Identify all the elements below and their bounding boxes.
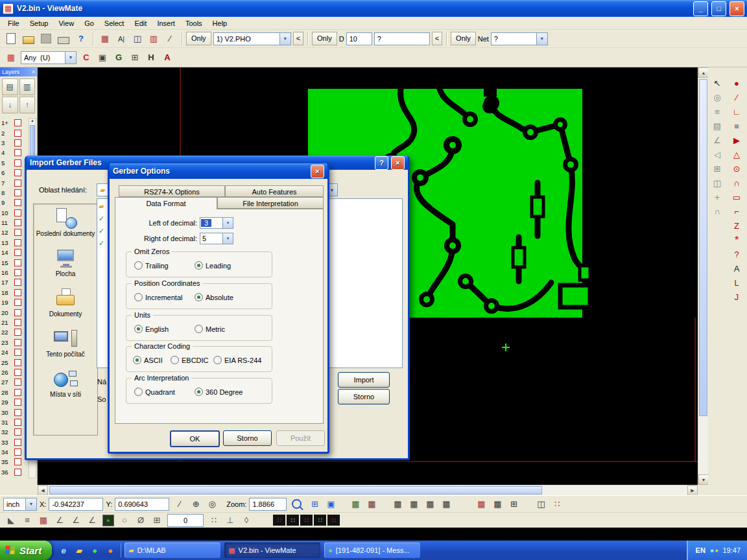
- radio-absolute[interactable]: Absolute: [195, 293, 233, 301]
- dialog-close-button[interactable]: ×: [391, 156, 405, 170]
- flash-pad-icon[interactable]: ●: [729, 76, 744, 90]
- layer-color-swatch[interactable]: [14, 289, 21, 296]
- pattern-red-3-icon[interactable]: ∷: [327, 515, 340, 526]
- draw-trace-icon[interactable]: ∕: [729, 91, 744, 104]
- x-coordinate-field[interactable]: -0.942237: [49, 498, 103, 511]
- storno-button[interactable]: Storno: [223, 430, 272, 446]
- only-dcode-toggle[interactable]: Only: [312, 32, 337, 45]
- text-a-icon[interactable]: A: [160, 51, 175, 64]
- chevron-down-icon[interactable]: ▼: [222, 218, 233, 228]
- only-layer-toggle[interactable]: Only: [186, 32, 211, 45]
- canvas-vscrollbar[interactable]: ▲ ▼: [698, 67, 708, 485]
- layer-color-swatch[interactable]: [14, 309, 21, 316]
- layer-prev-button[interactable]: <: [293, 32, 303, 45]
- anchor-tool-icon[interactable]: ⊥: [222, 513, 238, 527]
- folder-quick-icon[interactable]: ▰: [73, 544, 86, 557]
- select-mode-icon[interactable]: ▦: [3, 51, 19, 64]
- layer-color-swatch[interactable]: [14, 369, 21, 376]
- tools-grid-icon[interactable]: ▦: [406, 497, 421, 511]
- layer-row[interactable]: 2: [0, 128, 29, 137]
- draw-triangle-icon[interactable]: △: [729, 148, 744, 161]
- draw-circle-icon[interactable]: ⊙: [729, 162, 744, 176]
- film-panel-icon[interactable]: ▤: [709, 119, 725, 133]
- layer-color-swatch[interactable]: [14, 409, 21, 416]
- layer-color-swatch[interactable]: [14, 428, 21, 436]
- add-vertex-icon[interactable]: +: [709, 191, 725, 204]
- goto-icon[interactable]: G: [111, 51, 126, 64]
- context-help-button[interactable]: ?: [73, 32, 89, 46]
- layer-table-icon[interactable]: ▤: [2, 78, 18, 95]
- window-titlebar[interactable]: ▦ V2.bin - ViewMate _ □ ×: [0, 0, 747, 17]
- menu-view[interactable]: View: [53, 18, 79, 29]
- layer-color-swatch[interactable]: [14, 399, 21, 406]
- layer-color-swatch[interactable]: [14, 458, 21, 465]
- layer-color-swatch[interactable]: [14, 199, 21, 206]
- move-layer-down-icon[interactable]: ↓: [2, 97, 18, 113]
- select-filter-combo[interactable]: Any (U) ▼: [21, 51, 77, 64]
- target-icon[interactable]: ⊕: [188, 497, 204, 511]
- layer-color-swatch[interactable]: [14, 469, 21, 476]
- sidebar-item-documents[interactable]: Dokumenty: [34, 285, 97, 325]
- layer-color-swatch[interactable]: [14, 249, 21, 256]
- layer-color-swatch[interactable]: [14, 449, 21, 456]
- circle-empty-icon[interactable]: ○: [117, 513, 132, 527]
- origin-icon[interactable]: ◎: [204, 497, 220, 511]
- mirror-icon[interactable]: ◁: [709, 148, 725, 161]
- scroll-left-icon[interactable]: ◀: [38, 485, 48, 496]
- dcode-value-field[interactable]: 10: [346, 32, 372, 45]
- import-button[interactable]: Import: [338, 372, 390, 388]
- split-view-icon[interactable]: ◫: [709, 176, 725, 190]
- radio-eia-rs244[interactable]: EIA RS-244: [213, 356, 261, 364]
- film-compare-icon[interactable]: ◫: [130, 32, 145, 45]
- layer-color-swatch[interactable]: [14, 439, 21, 446]
- chevron-down-icon[interactable]: ▼: [65, 52, 76, 64]
- layer-color-swatch[interactable]: [14, 219, 21, 226]
- layer-color-swatch[interactable]: [14, 339, 21, 346]
- firefox-icon[interactable]: ●: [104, 544, 117, 557]
- probe-tool-icon[interactable]: ◊: [239, 513, 254, 527]
- save-file-button[interactable]: [38, 32, 54, 46]
- scroll-down-icon[interactable]: ▼: [698, 474, 709, 485]
- polyline-icon[interactable]: ⌐: [729, 205, 744, 218]
- media-icon[interactable]: ●: [88, 544, 101, 557]
- new-file-button[interactable]: [3, 32, 19, 46]
- net-combo[interactable]: ? ▼: [491, 32, 548, 45]
- layer-color-swatch[interactable]: [14, 130, 21, 137]
- layer-color-swatch[interactable]: [14, 209, 21, 216]
- text-tool-icon[interactable]: A: [729, 262, 744, 275]
- y-coordinate-field[interactable]: 0.690643: [115, 498, 169, 511]
- scroll-right-icon[interactable]: ▶: [687, 485, 698, 496]
- grid-size-field[interactable]: 0: [167, 514, 204, 527]
- center-on-icon[interactable]: C: [78, 51, 94, 64]
- dcode-prev-button[interactable]: <: [432, 32, 442, 45]
- pattern-red-2-icon[interactable]: ∷: [300, 515, 313, 526]
- radio-incremental[interactable]: Incremental: [134, 293, 182, 301]
- report-grid-icon[interactable]: ▦: [438, 497, 454, 511]
- radio-metric[interactable]: Metric: [195, 325, 225, 333]
- sidebar-item-desktop[interactable]: Plocha: [34, 244, 97, 285]
- unit-combo[interactable]: inch ▼: [3, 498, 37, 511]
- dialog-close-button[interactable]: ×: [311, 165, 324, 178]
- draw-segment-icon[interactable]: ∕: [172, 497, 187, 511]
- radio-leading[interactable]: Leading: [195, 261, 231, 270]
- tray-alert-icon[interactable]: ▪: [715, 545, 718, 555]
- table-small-icon[interactable]: ⊞: [149, 513, 165, 527]
- print-button[interactable]: [56, 32, 71, 46]
- layer-row[interactable]: 36: [0, 467, 29, 477]
- menu-file[interactable]: File: [3, 18, 25, 29]
- films-grid-icon[interactable]: ▦: [422, 497, 438, 511]
- layer-color-swatch[interactable]: [14, 259, 21, 266]
- layer-lines-icon[interactable]: ≡: [709, 105, 725, 119]
- circle-slash-icon[interactable]: Ø: [133, 513, 148, 527]
- layer-color-swatch[interactable]: [14, 119, 21, 126]
- grid-tool-icon[interactable]: ⊞: [709, 162, 725, 176]
- pattern-white-1-icon[interactable]: ∷: [287, 515, 299, 526]
- zoom-window-icon[interactable]: ⊞: [307, 497, 322, 511]
- magnifier-icon[interactable]: [292, 499, 302, 509]
- left-of-decimal-combo[interactable]: 3 ▼: [200, 217, 233, 229]
- chevron-down-icon[interactable]: ▼: [279, 33, 290, 45]
- canvas-hscrollbar[interactable]: ◀ ▶: [38, 485, 698, 495]
- merge-grid-icon[interactable]: ◫: [533, 497, 549, 511]
- layer-color-swatch[interactable]: [14, 149, 21, 156]
- pattern-red-1-icon[interactable]: ∷: [273, 515, 285, 526]
